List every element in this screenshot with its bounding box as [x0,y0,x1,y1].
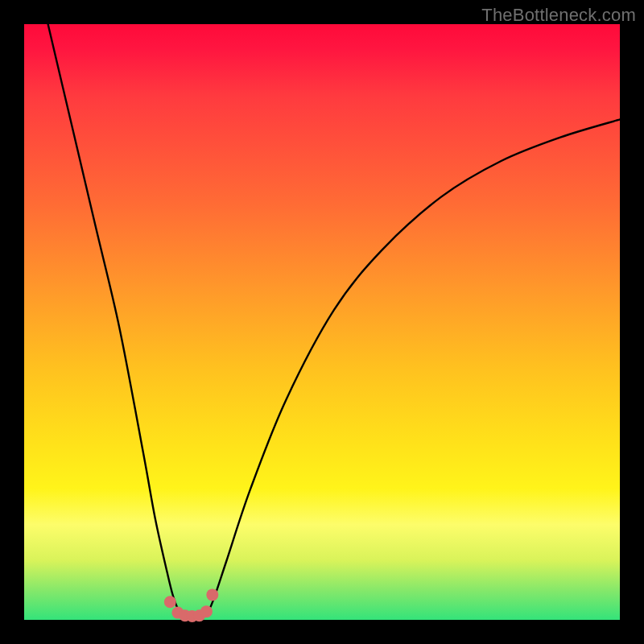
bottleneck-curve [48,24,620,617]
trough-marker [200,605,213,617]
chart-svg [24,24,620,620]
chart-frame: TheBottleneck.com [0,0,644,644]
trough-marker [164,596,176,608]
plot-area [24,24,620,620]
trough-marker [206,588,218,601]
watermark-text: TheBottleneck.com [481,5,636,26]
